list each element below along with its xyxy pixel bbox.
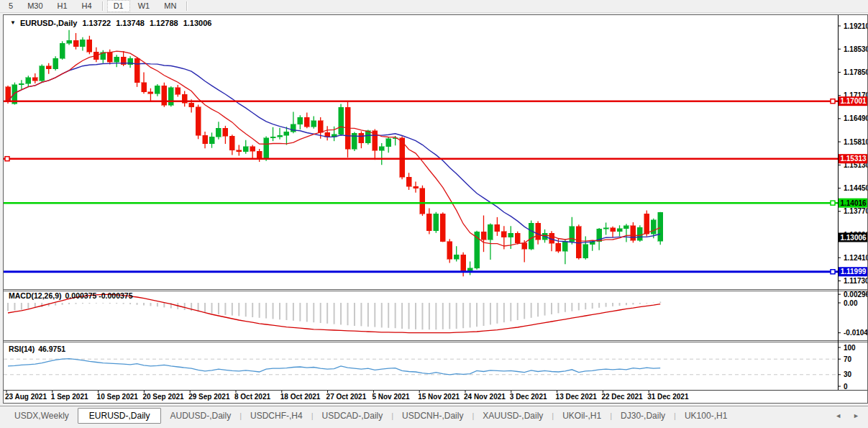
level-handle-1.14016[interactable] [831, 201, 835, 205]
level-handle-1.17001[interactable] [831, 99, 835, 104]
date-tick-label: 20 Sep 2021 [142, 393, 184, 401]
date-tick-label: 23 Aug 2021 [5, 393, 47, 401]
candle-bullish [658, 212, 663, 241]
ohlc-high: 1.13748 [116, 19, 145, 27]
macd-tick-label: -0.01042 [844, 329, 867, 337]
candle-bearish [148, 92, 153, 94]
chart-tab-usdcad-daily[interactable]: USDCAD-,Daily [314, 409, 392, 423]
candle-bullish [379, 147, 384, 151]
chart-tab-usdx-weekly[interactable]: USDX,Weekly [6, 409, 78, 423]
collapse-triangle-icon[interactable]: ▼ [10, 19, 16, 26]
level-1.11999-badge-label: 1.11999 [841, 268, 867, 276]
price-tick-label: 1.16490 [844, 114, 867, 122]
candle-bearish [250, 147, 255, 152]
candle-bearish [461, 255, 466, 272]
macd-indicator-values: 0.000375 -0.000375 [65, 291, 133, 300]
timeframe-button-5[interactable]: 5 [2, 0, 19, 12]
macd-tick-label: 0.00 [844, 299, 858, 307]
timeframe-toolbar: 5M30H1H4D1W1MN [0, 0, 868, 13]
chart-tab-usdcnh-daily[interactable]: USDCNH-,Daily [393, 409, 472, 423]
date-tick-label: 8 Oct 2021 [234, 393, 270, 401]
candle-bullish [434, 214, 439, 231]
candle-bullish [311, 121, 316, 127]
candle-bullish [617, 229, 622, 232]
price-tick-label: 1.17850 [844, 68, 867, 76]
level-handle-1.11999[interactable] [831, 270, 835, 274]
date-tick-label: 22 Dec 2021 [601, 393, 643, 401]
candle-bearish [175, 88, 181, 94]
candle-bullish [386, 139, 391, 147]
candle-bullish [40, 66, 45, 81]
candle-bullish [216, 128, 221, 137]
candle-bearish [189, 103, 194, 107]
price-tick-label: 1.14450 [844, 184, 867, 192]
level-handle-1.15313[interactable] [5, 157, 9, 161]
candle-bullish [270, 137, 275, 138]
candle-bullish [278, 135, 283, 137]
rsi-tick-label: 70 [844, 355, 852, 363]
level-1.17001-badge-label: 1.17001 [840, 97, 867, 105]
candle-bearish [426, 214, 431, 231]
chart-tab-xauusd-daily[interactable]: XAUUSD-,Daily [474, 409, 552, 423]
candle-bearish [481, 232, 486, 240]
candle-bearish [522, 243, 527, 250]
candle-bullish [651, 220, 656, 234]
chart-tab-usdchf-h4[interactable]: USDCHF-,H4 [242, 409, 311, 423]
date-tick-label: 5 Nov 2021 [372, 393, 410, 401]
candle-bullish [583, 245, 588, 258]
date-tick-label: 27 Oct 2021 [326, 393, 367, 401]
price-tick-label: 1.19210 [844, 22, 867, 30]
rsi-label: RSI(14)46.9751 [9, 345, 69, 353]
timeframe-button-h1[interactable]: H1 [51, 0, 74, 12]
price-tick-label: 1.15810 [844, 138, 867, 146]
timeframe-button-mn[interactable]: MN [157, 0, 183, 12]
rsi-tick-label: 100 [844, 344, 856, 352]
candle-bearish [501, 232, 506, 237]
chart-symbol-label: EURUSD-,Daily [20, 19, 77, 27]
tab-scroll-arrows: ◄► [835, 412, 859, 419]
candle-bearish [414, 186, 419, 188]
rsi-tick-label: 30 [844, 370, 852, 378]
date-tick-label: 3 Dec 2021 [510, 393, 547, 401]
level-1.15313-badge-label: 1.15313 [840, 155, 867, 163]
candle-bearish [495, 224, 500, 231]
candle-bullish [67, 40, 72, 43]
candle-bearish [611, 228, 616, 232]
candle-bearish [134, 58, 140, 82]
current-price-badge-label: 1.13006 [840, 234, 867, 242]
candle-bearish [644, 214, 649, 234]
candle-bullish [80, 40, 85, 46]
candle-bearish [203, 135, 208, 143]
timeframe-button-m30[interactable]: M30 [21, 0, 49, 12]
chart-tab-eurusd-daily[interactable]: EURUSD-,Daily [78, 408, 162, 424]
symbol-tabbar: USDX,WeeklyEURUSD-,DailyAUDUSD-,Daily|US… [0, 406, 868, 424]
candle-bullish [562, 242, 567, 251]
timeframe-button-h4[interactable]: H4 [76, 0, 99, 12]
chart-tab-ukoil-h1[interactable]: UKOil-,H1 [554, 409, 610, 423]
candle-bearish [406, 177, 411, 186]
candle-bullish [488, 224, 493, 240]
candle-bearish [556, 243, 561, 251]
timeframe-button-d1[interactable]: D1 [107, 0, 130, 12]
tab-scroll-right-icon[interactable]: ► [853, 412, 859, 419]
price-tick-label: 1.11730 [844, 277, 867, 285]
timeframe-button-w1[interactable]: W1 [132, 0, 157, 12]
candle-bullish [603, 228, 608, 229]
chart-tab-audusd-daily[interactable]: AUDUSD-,Daily [161, 409, 239, 423]
price-tick-label: 1.13770 [844, 207, 867, 215]
chart-tab-uk100-h1[interactable]: UK100-,H1 [676, 409, 736, 423]
date-tick-label: 29 Sep 2021 [188, 393, 230, 401]
candle-bullish [529, 223, 534, 249]
candle-bearish [32, 78, 37, 81]
chart-canvas[interactable]: 1.192101.185301.178501.171701.164901.158… [4, 15, 867, 403]
level-1.14016-badge-label: 1.14016 [840, 199, 867, 207]
rsi-line [8, 359, 660, 375]
tab-scroll-left-icon[interactable]: ◄ [835, 412, 841, 419]
chart-window[interactable]: 1.192101.185301.178501.171701.164901.158… [3, 14, 868, 404]
candle-bullish [284, 132, 289, 135]
chart-tab-dj30-daily[interactable]: DJ30-,Daily [612, 409, 674, 423]
candle-bullish [623, 226, 629, 229]
candle-bullish [114, 57, 119, 62]
macd-indicator-name: MACD(12,26,9) [9, 291, 62, 300]
candle-bullish [508, 233, 513, 237]
